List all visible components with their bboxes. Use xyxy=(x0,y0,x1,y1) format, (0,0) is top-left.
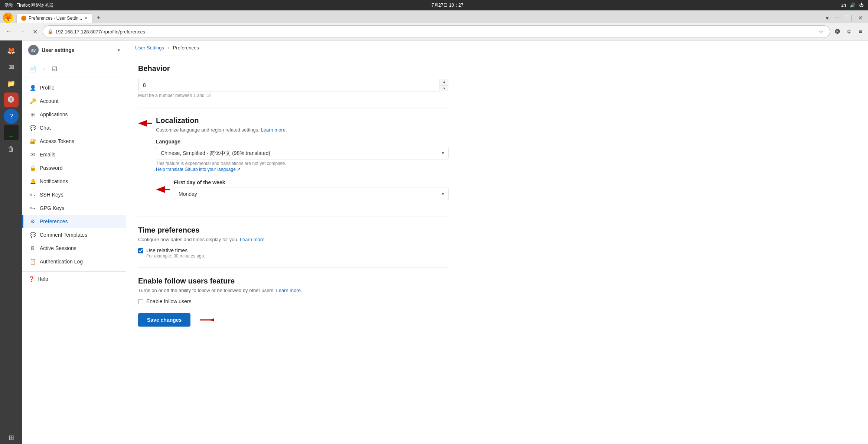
ssh-keys-icon: 🗝 xyxy=(29,191,36,198)
breadcrumb-parent-link[interactable]: User Settings xyxy=(135,45,164,51)
sidebar-item-preferences[interactable]: ⚙ Preferences xyxy=(22,215,126,228)
sidebar-toolbar-check-icon[interactable]: ☑ xyxy=(50,63,59,75)
behavior-section-title: Behavior xyxy=(138,64,448,73)
sidebar-chevron-icon: ▾ xyxy=(118,48,120,53)
os-taskbar: 活动 Firefox 网络浏览器 7月27日 10：27 zh 🔊 ⏻ xyxy=(0,0,868,10)
firefox-sidebar: 🦊 ✉ 📁 🅐 ? _ 🗑 ⊞ xyxy=(0,40,22,444)
address-bar[interactable] xyxy=(55,29,815,35)
language-help-link[interactable]: Help translate GitLab into your language… xyxy=(156,167,241,172)
breadcrumb: User Settings › Preferences xyxy=(126,40,868,55)
account-icon: 🔑 xyxy=(29,98,36,104)
enable-follow-users-row: Enable follow users xyxy=(138,298,448,304)
sidebar-item-account[interactable]: 🔑 Account xyxy=(22,94,126,108)
forward-button[interactable]: → xyxy=(17,27,27,36)
sidebar-item-comment-templates[interactable]: 💬 Comment Templates xyxy=(22,228,126,242)
first-day-select-wrapper: Sunday Monday Tuesday Wednesday Thursday… xyxy=(174,188,448,200)
sidebar-nav: 👤 Profile 🔑 Account ⊞ Applications 💬 Cha… xyxy=(22,78,126,271)
sidebar-item-active-sessions[interactable]: 🖥 Active Sessions xyxy=(22,242,126,255)
red-arrow-save xyxy=(192,314,214,325)
red-arrow-firstday xyxy=(156,184,171,195)
ff-help-icon[interactable]: ? xyxy=(4,109,19,124)
access-tokens-icon: 🔐 xyxy=(29,138,36,145)
restore-button[interactable]: ⬜ xyxy=(842,13,854,23)
sidebar-item-gpg-keys[interactable]: 🗝 GPG Keys xyxy=(22,201,126,215)
number-spinners: ▲ ▼ xyxy=(440,79,448,91)
minimize-button[interactable]: ─ xyxy=(832,13,841,23)
sidebar-item-notifications[interactable]: 🔔 Notifications xyxy=(22,175,126,188)
tab-list-button[interactable]: ▾ xyxy=(823,13,831,23)
behavior-number-input[interactable] xyxy=(138,79,448,91)
chat-icon: 💬 xyxy=(29,124,36,131)
first-day-select[interactable]: Sunday Monday Tuesday Wednesday Thursday… xyxy=(174,188,448,200)
tab-bar: 🦊 Preferences · User Settin... ✕ + ▾ ─ ⬜… xyxy=(0,10,868,23)
new-tab-button[interactable]: + xyxy=(94,13,103,23)
browser-close-button[interactable]: ✕ xyxy=(856,13,865,23)
sidebar-label-gpg-keys: GPG Keys xyxy=(40,205,64,211)
sidebar-toolbar-pages-icon[interactable]: 📄 xyxy=(27,63,39,75)
ff-terminal-icon[interactable]: _ xyxy=(4,125,19,140)
address-bar-wrapper[interactable]: 🔒 ☆ xyxy=(43,25,830,38)
menu-button[interactable]: ≡ xyxy=(856,27,864,36)
first-day-field-group: First day of the week Sunday Monday Tues… xyxy=(174,179,448,200)
sidebar-label-preferences: Preferences xyxy=(40,218,68,224)
spin-down-button[interactable]: ▼ xyxy=(440,85,448,92)
language-experimental-note: This feature is experimental and transla… xyxy=(156,161,448,166)
sidebar-user-header[interactable]: av User settings ▾ xyxy=(22,40,126,60)
enable-follow-users-label[interactable]: Enable follow users xyxy=(146,298,191,304)
content-body: Behavior ▲ ▼ Must be a number between 1 … xyxy=(126,55,460,344)
sidebar-item-password[interactable]: 🔒 Password xyxy=(22,161,126,175)
sidebar-label-password: Password xyxy=(40,165,62,171)
ff-grid-icon[interactable]: ⊞ xyxy=(4,430,19,444)
comment-templates-icon: 💬 xyxy=(29,231,36,238)
follow-users-title: Enable follow users feature xyxy=(138,277,448,285)
save-changes-button[interactable]: Save changes xyxy=(138,313,190,327)
sys-lang: zh xyxy=(841,3,846,8)
pocket-button[interactable]: 🅟 xyxy=(833,27,842,36)
back-button[interactable]: ← xyxy=(4,27,14,36)
extensions-button[interactable]: ① xyxy=(845,27,854,36)
behavior-input-wrapper: ▲ ▼ xyxy=(138,79,448,91)
sidebar-help-item[interactable]: ❓ Help xyxy=(22,271,126,286)
password-icon: 🔒 xyxy=(29,165,36,171)
bookmark-star-button[interactable]: ☆ xyxy=(817,27,825,36)
sidebar-label-comment-templates: Comment Templates xyxy=(40,232,87,238)
sidebar-item-ssh-keys[interactable]: 🗝 SSH Keys xyxy=(22,188,126,201)
sidebar-item-access-tokens[interactable]: 🔐 Access Tokens xyxy=(22,135,126,148)
red-arrow-localization xyxy=(138,118,153,129)
help-icon: ❓ xyxy=(28,276,35,282)
use-relative-times-checkbox[interactable] xyxy=(138,248,143,253)
use-relative-times-label[interactable]: Use relative times xyxy=(146,247,187,253)
profile-icon: 👤 xyxy=(29,84,36,91)
notifications-icon: 🔔 xyxy=(29,178,36,185)
localization-section-title: Localization xyxy=(156,116,448,125)
datetime-label: 7月27日 10：27 xyxy=(431,3,463,8)
stop-reload-button[interactable]: ✕ xyxy=(30,27,40,37)
browser-chrome: 🦊 Preferences · User Settin... ✕ + ▾ ─ ⬜… xyxy=(0,10,868,40)
gpg-keys-icon: 🗝 xyxy=(29,205,36,211)
follow-users-section: Enable follow users feature Turns on or … xyxy=(138,277,448,304)
language-select[interactable]: Chinese, Simplified - 简体中文 (98% translat… xyxy=(156,147,448,159)
follow-users-learn-more-link[interactable]: Learn more. xyxy=(276,288,302,293)
sidebar-item-applications[interactable]: ⊞ Applications xyxy=(22,108,126,121)
sidebar-help-label: Help xyxy=(37,276,48,282)
language-select-wrapper: Chinese, Simplified - 简体中文 (98% translat… xyxy=(156,147,448,159)
sidebar-item-emails[interactable]: ✉ Emails xyxy=(22,148,126,161)
use-relative-times-row: Use relative times For example: 30 minut… xyxy=(138,247,448,259)
localization-learn-more-link[interactable]: Learn more. xyxy=(261,127,287,133)
sidebar-item-chat[interactable]: 💬 Chat xyxy=(22,121,126,135)
sidebar-label-applications: Applications xyxy=(40,111,68,117)
sidebar-label-notifications: Notifications xyxy=(40,178,68,184)
time-prefs-learn-more-link[interactable]: Learn more. xyxy=(240,237,266,242)
ff-trash-icon[interactable]: 🗑 xyxy=(4,142,19,156)
security-icon: 🔒 xyxy=(48,29,53,34)
ff-store-icon[interactable]: 🅐 xyxy=(4,93,19,107)
spin-up-button[interactable]: ▲ xyxy=(440,79,448,85)
sidebar-item-authentication-log[interactable]: 📋 Authentication Log xyxy=(22,255,126,268)
ff-mail-icon[interactable]: ✉ xyxy=(4,60,19,75)
sidebar-toolbar-branch-icon[interactable]: ⑂ xyxy=(40,64,48,75)
sidebar-item-profile[interactable]: 👤 Profile xyxy=(22,81,126,94)
ff-folder-icon[interactable]: 📁 xyxy=(4,76,19,91)
tab-close-button[interactable]: ✕ xyxy=(84,16,88,20)
enable-follow-users-checkbox[interactable] xyxy=(138,299,143,304)
browser-tab-active[interactable]: Preferences · User Settin... ✕ xyxy=(16,13,92,23)
